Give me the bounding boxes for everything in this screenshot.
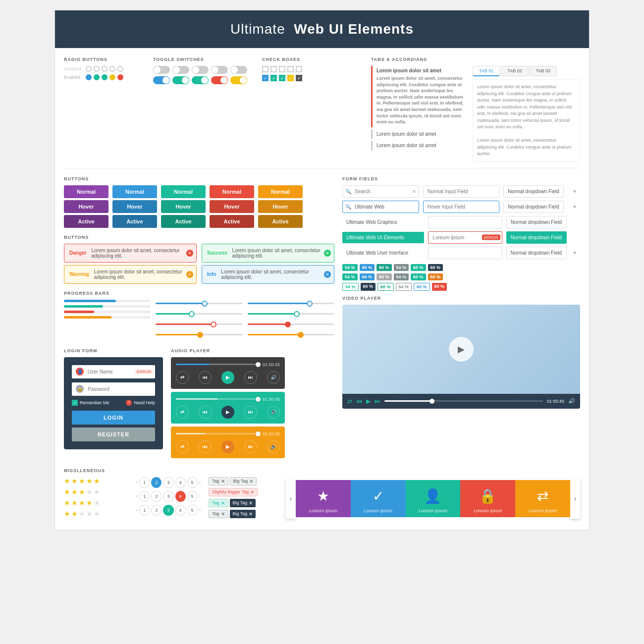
search-input[interactable] <box>342 185 419 198</box>
icon-card-yellow[interactable]: ⇄ Loreum Ipsum <box>515 480 570 517</box>
page-1-3[interactable]: 3 <box>163 477 173 488</box>
page-2-1[interactable]: 1 <box>139 491 150 502</box>
page-1-1[interactable]: 1 <box>139 477 150 488</box>
radio-d3[interactable] <box>102 66 107 72</box>
slider-8[interactable] <box>248 331 334 339</box>
btn-yellow-normal[interactable]: Normal <box>258 185 303 198</box>
dropdown-4-active[interactable]: Normal dropdown Field <box>506 231 567 244</box>
btn-teal-active[interactable]: Active <box>161 215 206 228</box>
prev-btn-3[interactable]: ⏮ <box>199 440 212 453</box>
need-help-link[interactable]: ? Need Help <box>126 400 155 406</box>
tag-2-1-close[interactable]: ✕ <box>250 489 254 495</box>
cb-u1[interactable] <box>262 66 268 72</box>
cb-u3[interactable] <box>279 66 285 72</box>
page-2-4[interactable]: 4 <box>175 491 186 502</box>
register-button[interactable]: REGISTER <box>72 428 155 441</box>
btn-yellow-active[interactable]: Active <box>258 215 303 228</box>
video-prev-btn[interactable]: ⏮ <box>356 398 362 405</box>
alert-success-btn[interactable]: Success Lorem ipsum dolor sit amet, cons… <box>202 244 334 263</box>
cb-c4[interactable]: ✓ <box>287 75 294 81</box>
page-3-5[interactable]: 5 <box>187 505 198 516</box>
page-1-5[interactable]: 5 <box>187 477 198 488</box>
slider-3[interactable] <box>156 321 242 328</box>
next-btn-2[interactable]: ⏭ <box>244 406 257 419</box>
alert-info-btn[interactable]: Info Lorem ipsum dolor sit amet, consect… <box>202 265 334 284</box>
alert-info-close[interactable]: ✕ <box>324 271 331 278</box>
vol-btn-3[interactable]: 🔊 <box>267 440 280 453</box>
slider-7[interactable] <box>248 321 334 328</box>
accordion-item-1[interactable]: Lorem ipsum dolor sit amet Lorem ipsum d… <box>371 66 468 127</box>
star-1-3[interactable]: ★ <box>79 477 85 485</box>
vol-btn-2[interactable]: 🔊 <box>267 406 280 419</box>
dropdown-3[interactable]: Normal dropdown Field <box>506 216 567 228</box>
btn-purple-active[interactable]: Active <box>64 215 108 228</box>
page-prev-1[interactable]: ‹ <box>136 480 138 485</box>
normal-input-2[interactable] <box>428 216 502 228</box>
slider-2[interactable] <box>156 310 242 318</box>
radio-e3[interactable] <box>102 74 107 80</box>
star-2-3[interactable]: ★ <box>79 488 85 496</box>
btn-teal-normal[interactable]: Normal <box>161 185 206 198</box>
star-4-3[interactable]: ★ <box>79 510 85 518</box>
star-4-1[interactable]: ★ <box>64 510 70 518</box>
toggle-off-2[interactable] <box>172 66 189 74</box>
toggle-on-1[interactable] <box>153 76 170 84</box>
page-next-2[interactable]: › <box>199 493 201 499</box>
cb-u5[interactable] <box>296 66 302 72</box>
radio-d1[interactable] <box>86 66 92 72</box>
star-3-1[interactable]: ★ <box>64 499 70 507</box>
star-1-5[interactable]: ★ <box>94 477 100 485</box>
page-next-3[interactable]: › <box>199 507 201 513</box>
video-shuffle-btn[interactable]: ⇄ <box>347 398 352 405</box>
cb-c1[interactable]: ✓ <box>262 75 268 81</box>
shuffle-btn-2[interactable]: ⇄ <box>176 406 189 419</box>
page-2-3[interactable]: 3 <box>163 491 173 502</box>
star-4-5[interactable]: ★ <box>94 510 100 518</box>
tag-1-2-close[interactable]: ✕ <box>249 479 253 484</box>
btn-yellow-hover[interactable]: Hover <box>258 200 303 213</box>
toggle-off-4[interactable] <box>211 66 228 74</box>
tab-2-btn[interactable]: TAB 02 <box>501 66 528 76</box>
remember-checkbox[interactable]: ✓ <box>72 400 78 406</box>
accordion-item-3[interactable]: Lorem ipsum dolor sit amet <box>371 141 468 150</box>
dropdown-5[interactable]: Normal dropdown Field <box>506 247 567 259</box>
btn-blue-active[interactable]: Active <box>112 215 157 228</box>
star-4-4[interactable]: ★ <box>86 510 93 518</box>
toggle-on-2[interactable] <box>172 76 189 84</box>
cb-u2[interactable] <box>270 66 277 72</box>
star-2-4[interactable]: ★ <box>86 488 93 496</box>
play-btn-1[interactable]: ▶ <box>221 371 234 384</box>
tag-1-1-close[interactable]: ✕ <box>221 479 225 484</box>
btn-red-hover[interactable]: Hover <box>210 200 254 213</box>
alert-danger-btn[interactable]: Danger Lorem ipsum dolor sit amet, conse… <box>64 244 197 263</box>
star-2-1[interactable]: ★ <box>64 488 70 496</box>
page-next-1[interactable]: › <box>199 480 201 485</box>
tag-3-2[interactable]: Big Tag ✕ <box>230 499 256 507</box>
radio-e1[interactable] <box>86 74 92 80</box>
prev-btn-2[interactable]: ⏮ <box>199 406 212 419</box>
tab-3-btn[interactable]: TAB 03 <box>530 66 557 76</box>
toggle-on-4[interactable] <box>211 76 228 84</box>
tab-1-btn[interactable]: TAB 01 <box>473 66 500 76</box>
search-clear-icon[interactable]: ✕ <box>412 189 416 194</box>
video-progress-bar[interactable] <box>384 400 543 402</box>
tag-4-1-close[interactable]: ✕ <box>221 511 225 517</box>
page-3-2[interactable]: 2 <box>151 505 161 516</box>
cb-c5[interactable]: ✓ <box>296 75 302 81</box>
alert-success-close[interactable]: ✕ <box>324 250 331 257</box>
radio-e4[interactable] <box>109 74 115 80</box>
star-3-2[interactable]: ★ <box>71 499 78 507</box>
video-play-button[interactable]: ▶ <box>449 337 474 362</box>
star-3-3[interactable]: ★ <box>79 499 85 507</box>
slider-1[interactable] <box>156 300 242 308</box>
btn-purple-normal[interactable]: Normal <box>64 185 108 198</box>
page-3-3[interactable]: 3 <box>163 505 173 516</box>
toggle-on-3[interactable] <box>192 76 209 84</box>
search-input-2[interactable] <box>342 201 419 213</box>
star-3-4[interactable]: ★ <box>86 499 93 507</box>
radio-d4[interactable] <box>109 66 115 72</box>
tag-3-1-close[interactable]: ✕ <box>221 500 225 506</box>
tag-4-2-close[interactable]: ✕ <box>249 511 253 517</box>
vol-btn-1[interactable]: 🔊 <box>267 371 280 384</box>
tag-4-2[interactable]: Big Tag ✕ <box>230 510 256 518</box>
